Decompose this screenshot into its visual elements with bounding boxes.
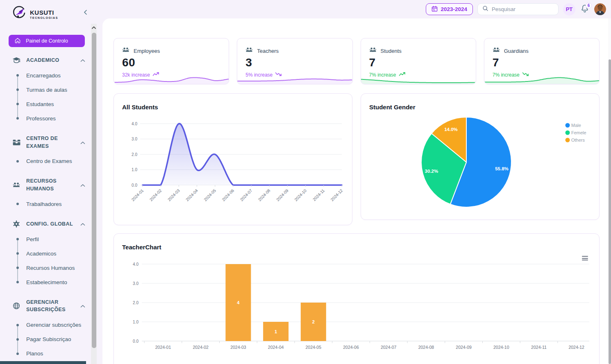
- svg-text:Others: Others: [571, 138, 585, 142]
- sidebar-scrollbar-thumb[interactable]: [92, 33, 96, 348]
- sidebar-item[interactable]: Estabelecimento: [16, 275, 91, 289]
- user-avatar[interactable]: [594, 3, 606, 15]
- globe-icon: [12, 302, 20, 310]
- svg-text:2024-05: 2024-05: [306, 345, 322, 350]
- chevron-up-icon[interactable]: [80, 57, 85, 64]
- home-icon: [14, 37, 21, 45]
- bullet-dot-icon: [16, 281, 19, 283]
- stat-cards-row: Employees 60 32k increase: [114, 38, 600, 84]
- sidebar-item[interactable]: Gerenciar subscrições: [16, 318, 91, 332]
- stat-card-label: Guardians: [504, 48, 529, 54]
- search-box[interactable]: [477, 3, 559, 15]
- sidebar-section-header[interactable]: RECURSOS HUMANOS: [0, 175, 91, 195]
- chevron-up-icon[interactable]: [80, 139, 85, 146]
- svg-text:3.0: 3.0: [132, 137, 137, 141]
- sidebar: KUSUTI TECNOLOGIAS Painel de Controlo AC…: [0, 0, 102, 364]
- page-scrollbar[interactable]: [608, 18, 611, 364]
- sidebar-item-label: Academicos: [26, 251, 57, 257]
- svg-text:14.0%: 14.0%: [444, 127, 458, 132]
- stat-card-teachers: Teachers 3 5% increase: [237, 38, 352, 84]
- bullet-dot-icon: [16, 267, 19, 269]
- people-icon: [12, 182, 20, 188]
- sidebar-item-label: Perfil: [26, 236, 39, 242]
- sidebar-item[interactable]: Estudantes: [16, 97, 91, 111]
- sidebar-item[interactable]: Recursos Humanos: [16, 261, 91, 275]
- sidebar-section-label: CENTRO DE EXAMES: [26, 135, 75, 150]
- stat-sparkline: [361, 73, 476, 84]
- sidebar-section-header[interactable]: CONFIG. GLOBAL: [0, 218, 91, 231]
- brand-name: KUSUTI: [30, 9, 58, 16]
- sidebar-item-label: Centro de Exames: [26, 158, 72, 164]
- chevron-up-icon[interactable]: [80, 302, 85, 310]
- notifications-button[interactable]: 6: [580, 5, 590, 14]
- sidebar-section-header[interactable]: GERENCIAR SUBSCRIÇÕES: [0, 296, 91, 317]
- sidebar-item[interactable]: Encarregados: [16, 68, 91, 83]
- sidebar-section-2: RECURSOS HUMANOS Trabalhadores: [0, 175, 91, 211]
- svg-text:2024-02: 2024-02: [149, 188, 163, 202]
- sidebar-collapse-icon[interactable]: [83, 9, 89, 17]
- notification-count-badge: 6: [586, 2, 592, 9]
- sidebar-section-4: GERENCIAR SUBSCRIÇÕES Gerenciar subscriç…: [0, 296, 91, 361]
- chart-menu-icon[interactable]: [582, 256, 588, 260]
- page-scrollbar-thumb[interactable]: [609, 59, 611, 364]
- svg-text:2024-10: 2024-10: [293, 188, 307, 202]
- sidebar-item[interactable]: Turmas de aulas: [16, 83, 91, 97]
- sidebar-item-dashboard[interactable]: Painel de Controlo: [9, 35, 85, 47]
- svg-text:2024-04: 2024-04: [268, 345, 284, 350]
- bullet-dot-icon: [16, 338, 19, 341]
- svg-text:2024-05: 2024-05: [203, 188, 217, 202]
- scrollbar-up-icon[interactable]: [91, 25, 97, 30]
- search-input[interactable]: [492, 6, 554, 12]
- sidebar-item-label: Professores: [26, 115, 56, 122]
- svg-text:2.0: 2.0: [132, 152, 137, 157]
- sidebar-item[interactable]: Academicos: [16, 246, 91, 261]
- sidebar-section-label: ACADEMICO: [26, 57, 75, 64]
- sidebar-item[interactable]: Perfil: [16, 232, 91, 246]
- sidebar-item[interactable]: Pagar Subiscriçao: [16, 332, 91, 346]
- chevron-up-icon[interactable]: [80, 181, 85, 189]
- sidebar-item-label: Recursos Humanos: [26, 265, 75, 271]
- svg-text:2024-07: 2024-07: [239, 188, 253, 202]
- bullet-dot-icon: [16, 117, 19, 120]
- school-year-button[interactable]: 2023-2024: [426, 3, 473, 15]
- teacher-chart-card: TeacherChart 4.03.02.01.00.02024-012024-…: [114, 233, 600, 364]
- svg-text:55.8%: 55.8%: [495, 166, 509, 171]
- svg-text:2024-09: 2024-09: [275, 188, 289, 202]
- svg-text:2024-09: 2024-09: [456, 345, 472, 350]
- stat-card-guardians: Guardians 7 7% increase: [484, 38, 600, 84]
- teacher-chart-title: TeacherChart: [122, 244, 591, 251]
- sidebar-section-3: CONFIG. GLOBAL PerfilAcademicosRecursos …: [0, 218, 91, 289]
- student-gender-card: Student Gender 55.8%30.2%14.0%MaleFemele…: [361, 93, 600, 220]
- sidebar-section-header[interactable]: ACADEMICO: [0, 54, 91, 67]
- chevron-up-icon[interactable]: [80, 220, 85, 228]
- all-students-title: All Students: [122, 104, 344, 111]
- sidebar-section-label: GERENCIAR SUBSCRIÇÕES: [26, 298, 75, 314]
- sidebar-bottom-strip: [0, 361, 86, 364]
- sidebar-nav: ACADEMICO EncarregadosTurmas de aulasEst…: [0, 54, 91, 364]
- bullet-dot-icon: [16, 324, 19, 326]
- svg-text:30.2%: 30.2%: [425, 169, 438, 174]
- sidebar-item[interactable]: Centro de Exames: [16, 154, 91, 168]
- search-icon: [482, 5, 488, 13]
- svg-text:2024-02: 2024-02: [193, 345, 209, 350]
- sidebar-section-header[interactable]: CENTRO DE EXAMES: [0, 132, 91, 153]
- svg-text:2024-06: 2024-06: [343, 345, 359, 350]
- student-gender-pie-chart: 55.8%30.2%14.0%MaleFemeleOthers: [369, 111, 591, 215]
- stat-card-value: 7: [369, 56, 468, 69]
- sidebar-item[interactable]: Trabalhadores: [16, 197, 91, 211]
- svg-text:2024-01: 2024-01: [131, 188, 145, 202]
- stat-card-employees: Employees 60 32k increase: [114, 38, 229, 84]
- sidebar-item[interactable]: Planos: [16, 346, 91, 361]
- stat-sparkline: [114, 73, 229, 84]
- sidebar-item-label: Encarregados: [26, 72, 61, 79]
- school-year-label: 2023-2024: [441, 6, 467, 12]
- language-badge[interactable]: PT: [563, 3, 575, 16]
- brand-logo[interactable]: KUSUTI TECNOLOGIAS: [11, 5, 58, 23]
- sidebar-item[interactable]: Professores: [16, 111, 91, 126]
- stat-card-label: Students: [381, 48, 402, 54]
- sidebar-item-label: Estudantes: [26, 101, 54, 107]
- svg-text:2024-08: 2024-08: [418, 345, 434, 350]
- sidebar-scrollbar[interactable]: [91, 24, 97, 364]
- svg-text:Femele: Femele: [571, 130, 586, 135]
- bullet-dot-icon: [16, 88, 19, 91]
